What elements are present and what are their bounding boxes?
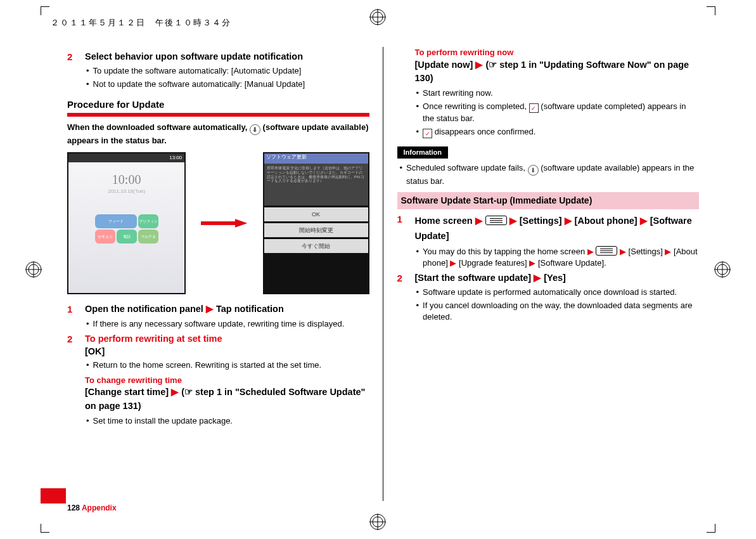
subheading-change-time: To change rewriting time: [85, 375, 369, 386]
triangle-icon: ▶: [620, 247, 626, 256]
pointing-hand-icon: ☞: [489, 58, 497, 72]
figure-home-to-dialog: 13:00 10:00 2011.10.18(Tue) フィード ブリフィン セ…: [67, 152, 369, 294]
triangle-icon: ▶: [665, 247, 671, 256]
page-number: 128: [67, 503, 80, 512]
triangle-icon: ▶: [206, 304, 214, 314]
dialog-start-now-button: 今すぐ開始: [264, 238, 368, 253]
menu-key-icon: [596, 246, 617, 256]
info-bullet: •Scheduled software update fails, ⬇ (sof…: [400, 162, 700, 187]
heading-rule: [67, 113, 369, 117]
step-title: Open the notification panel ▶ Tap notifi…: [85, 303, 369, 316]
step-title: Home screen ▶ ▶ [Settings] ▶ [About phon…: [415, 213, 700, 244]
download-available-icon: ⬇: [528, 165, 539, 176]
step-number: 2: [67, 51, 76, 63]
subheading-perform-now: To perform rewriting now: [415, 47, 700, 58]
triangle-icon: ▶: [450, 258, 456, 268]
svg-marker-17: [235, 219, 247, 228]
widget-phone: 電話: [117, 230, 137, 244]
bullet: •Set time to install the update package.: [86, 415, 369, 427]
pointing-hand-icon: ☞: [184, 386, 193, 399]
triangle-icon: ▶: [529, 258, 535, 268]
registration-mark-top: [369, 9, 386, 25]
footer-tab: [41, 488, 66, 503]
step-number: 1: [397, 213, 406, 244]
dialog-message: 携帯本体電源 文化に取得します（送信中は、他のアプリケーションを起動しないでくだ…: [264, 164, 368, 205]
bullet: •Return to the home screen. Rewriting is…: [86, 360, 369, 371]
step-title: [Start the software update] ▶ [Yes]: [415, 272, 700, 285]
widget-multi: マルチタ: [138, 230, 158, 244]
crop-mark: [707, 532, 715, 533]
section-name: Appendix: [82, 503, 117, 512]
triangle-icon: ▶: [509, 216, 517, 226]
registration-mark-right: [714, 261, 731, 278]
step-title: To perform rewriting at set time [OK]: [85, 333, 369, 358]
step-number: 2: [397, 272, 406, 285]
crop-mark: [41, 524, 41, 533]
clock-widget: 10:00: [112, 171, 141, 188]
triangle-icon: ▶: [565, 216, 572, 226]
page-footer: 128 Appendix: [67, 503, 117, 512]
triangle-icon: ▶: [475, 60, 483, 70]
svg-rect-16: [201, 221, 235, 225]
change-start-time-line: [Change start time] ▶ (☞ step 1 in "Sche…: [85, 386, 369, 413]
dialog-change-time-button: 開始時刻変更: [264, 223, 368, 237]
step-number: 1: [67, 303, 76, 316]
registration-mark-bottom: [369, 514, 386, 530]
crop-mark: [715, 6, 715, 15]
bullet: •If there is any necessary software upda…: [86, 318, 369, 330]
dialog-ok-button: OK: [264, 207, 368, 221]
print-timestamp: ２０１１年５月１２日 午後１０時３４分: [51, 17, 231, 29]
triangle-icon: ▶: [475, 216, 483, 226]
bullet: •✓ disappears once confirmed.: [416, 126, 700, 139]
screenshot-home: 13:00 10:00 2011.10.18(Tue) フィード ブリフィン セ…: [67, 152, 186, 294]
screenshot-dialog: ソフトウェア更新 携帯本体電源 文化に取得します（送信中は、他のアプリケーション…: [263, 152, 369, 294]
update-complete-icon: ✓: [423, 129, 432, 138]
registration-mark-left: [25, 261, 42, 278]
step-2-start-update: 2 [Start the software update] ▶ [Yes]: [397, 272, 700, 285]
dialog-title: ソフトウェア更新: [264, 153, 368, 164]
crop-mark: [41, 6, 49, 7]
crop-mark: [41, 6, 41, 15]
crop-mark: [41, 532, 49, 533]
widget-sec: セキュリ: [95, 230, 115, 244]
download-available-icon: ⬇: [250, 124, 260, 135]
step-title: Select behavior upon software update not…: [85, 51, 369, 63]
date-label: 2011.10.18(Tue): [108, 188, 145, 195]
triangle-icon: ▶: [171, 387, 179, 397]
menu-key-icon: [485, 216, 507, 225]
triangle-icon: ▶: [587, 247, 594, 256]
update-now-line: [Update now] ▶ (☞ step 1 in "Updating So…: [415, 58, 700, 86]
step-2-rewriting-options: 2 To perform rewriting at set time [OK]: [67, 333, 369, 358]
bullet: • You may do this by tapping the home sc…: [416, 246, 700, 268]
procedure-lead: When the downloaded software automatical…: [67, 122, 369, 146]
step-1-open-panel: 1 Open the notification panel ▶ Tap noti…: [67, 303, 369, 316]
crop-mark: [715, 524, 715, 533]
bullet: •Start rewriting now.: [416, 88, 700, 99]
bullet: •Not to update the software automaticall…: [86, 79, 369, 90]
information-label: Information: [397, 146, 449, 159]
step-number: 2: [67, 333, 76, 358]
subheading-set-time: To perform rewriting at set time: [85, 333, 369, 346]
procedure-heading: Procedure for Update: [67, 98, 369, 111]
update-complete-icon: ✓: [529, 103, 539, 113]
bullet: •If you cancel downloading on the way, t…: [416, 300, 700, 322]
bullet: •Once rewriting is completed, ✓ (softwar…: [416, 101, 700, 124]
widget-feed: フィード: [95, 214, 137, 228]
page-content: 2 Select behavior upon software update n…: [67, 47, 699, 501]
home-widgets: フィード ブリフィン セキュリ 電話 マルチタ: [89, 214, 165, 244]
triangle-icon: ▶: [534, 273, 541, 283]
triangle-icon: ▶: [640, 216, 648, 226]
widget-brief: ブリフィン: [138, 214, 158, 228]
crop-mark: [707, 6, 715, 7]
arrow-icon: [201, 219, 247, 228]
step-1-home-settings: 1 Home screen ▶ ▶ [Settings] ▶ [About ph…: [397, 213, 700, 244]
bullet: •Software update is performed automatica…: [416, 287, 700, 298]
step-2-select-behavior: 2 Select behavior upon software update n…: [67, 51, 369, 63]
bullet: •To update the software automatically: […: [86, 65, 369, 77]
section-immediate-update: Software Update Start-up (Immediate Upda…: [397, 192, 700, 209]
